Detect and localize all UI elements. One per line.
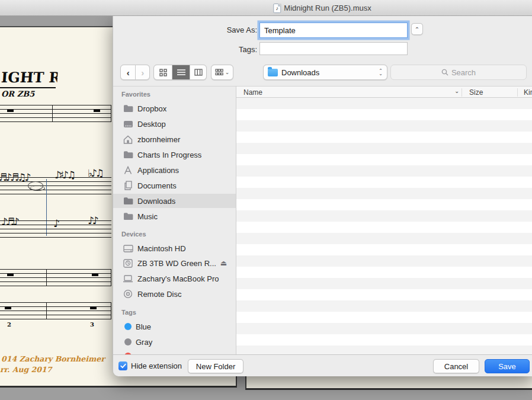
column-header-size[interactable]: Size [469, 88, 483, 97]
sidebar-item-downloads[interactable]: Downloads [113, 194, 236, 208]
forward-button[interactable]: › [135, 65, 149, 79]
back-button[interactable]: ‹ [121, 65, 135, 79]
copyright-line-1: 014 Zachary Bornheimer [1, 354, 105, 363]
sidebar[interactable]: Favorites Dropbox Desktop zbornheimer [113, 86, 236, 354]
column-header-name[interactable]: Name [243, 88, 262, 97]
sidebar-heading-tags: Tags [121, 309, 136, 316]
sidebar-item-documents[interactable]: Documents [113, 178, 236, 193]
column-view-button[interactable] [190, 65, 206, 79]
new-folder-button[interactable]: New Folder [188, 359, 243, 373]
file-list[interactable] [236, 98, 532, 354]
list-view-button[interactable] [172, 65, 190, 79]
documents-icon [123, 180, 133, 191]
hide-extension-checkbox[interactable] [118, 361, 127, 370]
barline [111, 302, 111, 319]
folder-icon [123, 149, 133, 160]
icon-view-button[interactable] [154, 65, 172, 79]
tags-label: Tags: [210, 45, 257, 54]
column-header-kind[interactable]: Kind [524, 88, 532, 97]
blue-tag-icon [124, 323, 132, 330]
barline [111, 105, 111, 122]
cancel-button[interactable]: Cancel [433, 359, 479, 373]
remote-disc-icon [123, 289, 133, 299]
group-by-icon [215, 69, 223, 76]
music-notation: ♬♪♬♫♪ [0, 171, 29, 183]
sidebar-item-macintosh-hd[interactable]: Macintosh HD [113, 241, 236, 255]
sidebar-item-label: Downloads [137, 197, 175, 206]
music-notation: ♭♪♫ [88, 167, 102, 179]
sidebar-item-applications[interactable]: Applications [113, 163, 236, 177]
sidebar-item-label: Documents [137, 181, 177, 190]
music-notation: ♪♪ [88, 215, 97, 226]
staff [0, 269, 111, 286]
measure-number: 2 [7, 321, 11, 328]
tags-input[interactable] [259, 42, 408, 55]
sidebar-item-tag-blue[interactable]: Blue [113, 319, 236, 334]
music-notation: ♪♬♪ [1, 216, 18, 228]
sidebar-item-tag-gray[interactable]: Gray [113, 335, 236, 349]
save-button[interactable]: Save [485, 359, 530, 373]
whole-rest [92, 274, 98, 276]
sidebar-item-label: Zachary's MacBook Pro [137, 274, 219, 283]
search-icon [441, 69, 448, 76]
chevron-left-icon: ‹ [127, 68, 130, 77]
sidebar-item-charts-in-progress[interactable]: Charts In Progress [113, 148, 236, 162]
score-title: IGHT RUN [1, 69, 58, 86]
whole-rest [7, 274, 14, 276]
sidebar-item-zb-3tb-wd-green[interactable]: ZB 3TB WD Green R... ⏏ [113, 256, 236, 270]
screen: IGHT RUN OR ZB5 ♬♪♬♫♪ ♪♯♪♫ ♭♪♫ ♪♬♪ ♪ ♪♪ [0, 0, 532, 400]
sidebar-item-label: Remote Disc [137, 290, 181, 299]
music-notation: ♪ [53, 217, 58, 229]
hide-extension-label[interactable]: Hide extension [131, 361, 182, 370]
checkmark-icon [120, 363, 126, 369]
sidebar-item-music[interactable]: Music [113, 209, 236, 223]
home-icon [123, 134, 133, 145]
nav-buttons: ‹ › [120, 65, 150, 80]
sidebar-item-zacharys-macbook-pro[interactable]: Zachary's MacBook Pro [113, 271, 236, 286]
sidebar-item-label: Dropbox [137, 104, 166, 113]
column-divider[interactable] [462, 88, 462, 97]
laptop-icon [123, 273, 133, 284]
whole-rest [5, 307, 11, 309]
column-divider[interactable] [517, 88, 518, 97]
location-value: Downloads [281, 68, 375, 77]
folder-icon [123, 103, 133, 114]
copyright-line-2: rr. Aug 2017 [0, 365, 52, 374]
search-placeholder: Search [451, 68, 476, 77]
sidebar-item-label: Desktop [137, 120, 166, 129]
sidebar-item-desktop[interactable]: Desktop [113, 117, 236, 131]
eject-icon[interactable]: ⏏ [220, 259, 227, 267]
view-switcher [153, 65, 207, 80]
list-column-headers: Name ⌄ Size Kind [236, 86, 532, 98]
sidebar-heading-favorites: Favorites [121, 91, 150, 98]
sidebar-item-label: Applications [137, 166, 179, 175]
sidebar-item-label: ZB 3TB WD Green R... [137, 259, 216, 268]
whole-rest [90, 307, 97, 309]
sidebar-item-label: Macintosh HD [137, 244, 186, 253]
document-music-icon: ♪ [273, 4, 281, 13]
barline [111, 269, 111, 286]
sidebar-item-dropbox[interactable]: Dropbox [113, 101, 236, 116]
circled-notes-mark [28, 181, 43, 190]
sidebar-item-label: Music [137, 212, 158, 221]
folder-icon [123, 211, 133, 222]
barline [52, 105, 53, 122]
chevron-down-icon: ⌄ [225, 69, 230, 75]
sidebar-item-remote-disc[interactable]: Remote Disc [113, 287, 236, 301]
location-popup[interactable]: Downloads ⌃⌄ [263, 65, 387, 80]
sidebar-item-home[interactable]: zbornheimer [113, 132, 236, 146]
chevron-right-icon: › [141, 68, 144, 77]
window-title: Midnight Run (ZB5).musx [284, 4, 371, 12]
gray-tag-icon [124, 338, 132, 345]
measure-number: 3 [90, 321, 94, 328]
save-dialog: Save As: Template ⌃ Tags: ‹ › [113, 16, 532, 376]
save-as-input[interactable]: Template [259, 23, 408, 38]
music-notation: ♪♯♪♫ [55, 169, 74, 181]
whole-rest [7, 110, 14, 112]
desktop-icon [123, 119, 133, 129]
chevron-up-icon: ⌃ [415, 26, 419, 33]
collapse-dialog-button[interactable]: ⌃ [411, 23, 423, 35]
search-field[interactable]: Search [390, 65, 527, 80]
group-by-button[interactable]: ⌄ [211, 65, 233, 80]
save-as-label: Save As: [210, 25, 257, 34]
